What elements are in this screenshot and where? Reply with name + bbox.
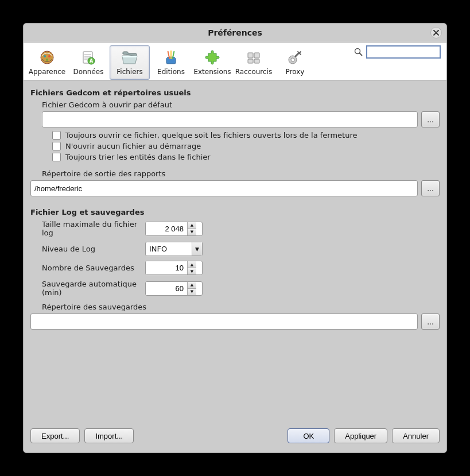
reports-dir-input[interactable] — [30, 180, 418, 196]
spin-down-icon[interactable]: ▼ — [188, 289, 196, 295]
checkbox-sort[interactable] — [52, 153, 61, 161]
backup-dir-label: Répertoire des sauvegardes — [42, 303, 440, 311]
log-level-value: INFO — [146, 245, 192, 253]
close-icon — [433, 30, 439, 36]
tab-editions[interactable]: Editions — [151, 45, 191, 80]
backup-dir-input[interactable] — [30, 314, 418, 330]
svg-rect-13 — [254, 59, 259, 63]
section-gedcom-title: Fichiers Gedcom et répertoires usuels — [30, 88, 440, 97]
log-level-label: Niveau de Log — [42, 245, 145, 253]
svg-rect-11 — [254, 53, 259, 58]
spin-up-icon[interactable]: ▲ — [188, 282, 196, 289]
checkbox-no-open[interactable] — [52, 142, 61, 150]
tab-data[interactable]: A Données — [68, 45, 108, 80]
chevron-down-icon: ▼ — [192, 242, 202, 256]
gedcom-file-label: Fichier Gedcom à ouvrir par défaut — [42, 100, 440, 109]
preferences-window: Préférences Apparence A Données Fichiers — [23, 23, 447, 453]
auto-backup-spinner[interactable]: ▲ ▼ — [145, 281, 203, 296]
data-icon: A — [79, 48, 98, 67]
search-icon — [354, 48, 363, 57]
spin-down-icon[interactable]: ▼ — [188, 268, 196, 274]
tab-proxy[interactable]: Proxy — [275, 45, 315, 80]
tab-label: Données — [73, 68, 104, 76]
svg-point-2 — [48, 55, 51, 57]
titlebar: Préférences — [24, 24, 446, 42]
search-input[interactable] — [366, 45, 441, 59]
svg-rect-10 — [248, 53, 253, 58]
log-level-select[interactable]: INFO ▼ — [145, 242, 203, 256]
auto-backup-label: Sauvegarde automatique (min) — [42, 280, 145, 297]
ok-button[interactable]: OK — [288, 428, 329, 443]
window-title: Préférences — [208, 28, 262, 37]
export-button[interactable]: Export... — [30, 428, 80, 443]
toolbar: Apparence A Données Fichiers Editions Ex… — [24, 42, 446, 80]
svg-point-3 — [46, 59, 48, 61]
tab-extensions[interactable]: Extensions — [192, 45, 232, 80]
log-size-label: Taille maximale du fichier log — [42, 220, 145, 237]
import-button[interactable]: Import... — [84, 428, 134, 443]
tab-files[interactable]: Fichiers — [110, 45, 150, 80]
keyboard-icon — [244, 48, 263, 67]
spin-down-icon[interactable]: ▼ — [188, 229, 196, 235]
content-area: Fichiers Gedcom et répertoires usuels Fi… — [24, 80, 446, 426]
dialog-footer: Export... Import... OK Appliquer Annuler — [24, 426, 446, 452]
tab-label: Raccourcis — [235, 68, 272, 76]
checkbox-sort-label: Toujours trier les entités dans le fichi… — [65, 153, 211, 161]
checkbox-always-open-label: Toujours ouvrir ce fichier, quelque soit… — [65, 131, 358, 140]
tab-label: Apparence — [29, 68, 65, 76]
tab-appearance[interactable]: Apparence — [27, 45, 67, 80]
proxy-icon — [285, 48, 305, 67]
cancel-button[interactable]: Annuler — [392, 428, 440, 443]
spin-up-icon[interactable]: ▲ — [188, 261, 196, 268]
spin-up-icon[interactable]: ▲ — [188, 222, 196, 229]
tab-label: Editions — [157, 68, 185, 76]
svg-rect-12 — [248, 59, 253, 63]
backup-count-input[interactable] — [146, 261, 187, 274]
log-size-spinner[interactable]: ▲ ▼ — [145, 222, 203, 236]
gedcom-browse-button[interactable]: ... — [421, 111, 440, 127]
svg-point-1 — [44, 55, 46, 57]
checkbox-no-open-label: N'ouvrir aucun fichier au démarrage — [65, 142, 201, 150]
checkbox-always-open[interactable] — [52, 131, 61, 140]
svg-rect-8 — [170, 51, 172, 59]
tab-label: Extensions — [193, 68, 231, 76]
svg-point-15 — [291, 58, 294, 61]
editions-icon — [161, 48, 181, 67]
reports-dir-label: Répertoire de sortie des rapports — [42, 169, 440, 178]
backup-dir-browse-button[interactable]: ... — [421, 314, 440, 330]
toolbar-search — [354, 45, 443, 59]
backup-count-label: Nombre de Sauvegardes — [42, 264, 145, 272]
log-size-input[interactable] — [146, 222, 187, 235]
puzzle-icon — [203, 48, 222, 67]
apply-button[interactable]: Appliquer — [334, 428, 387, 443]
reports-dir-browse-button[interactable]: ... — [421, 180, 440, 196]
tab-label: Fichiers — [116, 68, 142, 76]
gedcom-file-input[interactable] — [42, 111, 418, 127]
tab-label: Proxy — [286, 68, 305, 76]
backup-count-spinner[interactable]: ▲ ▼ — [145, 261, 203, 275]
section-log-title: Fichier Log et sauvegardes — [30, 208, 440, 216]
appearance-icon — [37, 48, 57, 67]
tab-shortcuts[interactable]: Raccourcis — [234, 45, 274, 80]
svg-text:A: A — [90, 59, 94, 64]
folder-icon — [120, 48, 139, 67]
close-button[interactable] — [430, 27, 442, 38]
auto-backup-input[interactable] — [146, 282, 187, 295]
